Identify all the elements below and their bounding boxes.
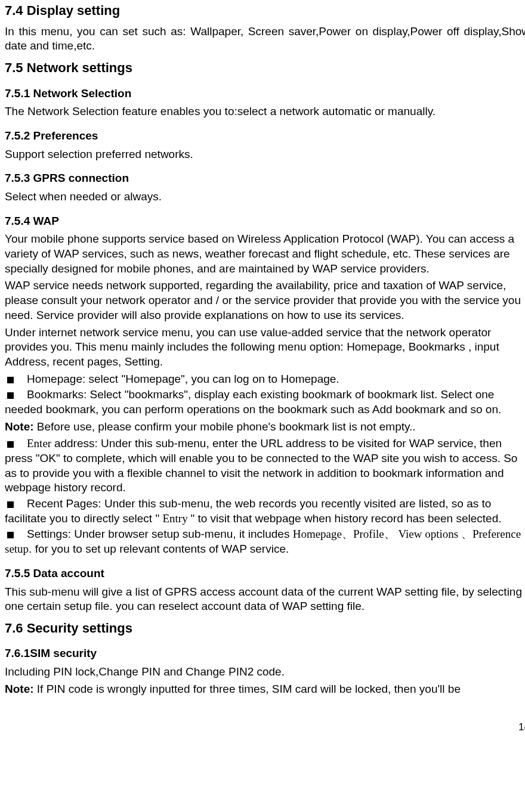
wap-p3: Under internet network service menu, you… <box>5 326 525 370</box>
square-bullet-icon <box>7 501 14 508</box>
note-7-6-1: Note: If PIN code is wrongly inputted fo… <box>5 682 525 697</box>
wap-p2: WAP service needs network supported, reg… <box>5 278 525 323</box>
heading-7-5-2: 7.5.2 Preferences <box>5 129 525 144</box>
heading-7-5: 7.5 Network settings <box>5 60 525 77</box>
wap-p1: Your mobile phone supports service based… <box>5 232 525 276</box>
wap-bullet-homepage: Homepage: select "Homepage", you can log… <box>5 372 525 387</box>
body-7-5-2: Support selection preferred networks. <box>5 147 525 162</box>
body-7-6-1: Including PIN lock,Change PIN and Change… <box>5 665 525 680</box>
heading-7-5-1: 7.5.1 Network Selection <box>5 86 525 101</box>
square-bullet-icon <box>7 392 14 399</box>
body-7-5-3: Select when needed or always. <box>5 190 525 204</box>
body-7-5-1: The Network Selection feature enables yo… <box>5 104 525 119</box>
heading-7-5-3: 7.5.3 GPRS connection <box>5 171 525 186</box>
wap-bullet-recent-pages: Recent Pages: Under this sub-menu, the w… <box>5 497 525 526</box>
heading-7-6-1: 7.6.1SIM security <box>5 646 525 661</box>
heading-7-5-5: 7.5.5 Data account <box>5 566 525 581</box>
square-bullet-icon <box>7 441 14 448</box>
wap-bullet-settings: Settings: Under browser setup sub-menu, … <box>5 527 525 556</box>
square-bullet-icon <box>7 377 14 383</box>
heading-7-6: 7.6 Security settings <box>5 620 525 637</box>
heading-7-5-4: 7.5.4 WAP <box>5 214 525 229</box>
wap-bullet-bookmarks: Bookmarks: Select "bookmarks", display e… <box>5 388 525 417</box>
heading-7-4: 7.4 Display setting <box>5 2 525 20</box>
body-7-4: In this menu, you can set such as: Wallp… <box>5 24 525 54</box>
wap-bullet-enter-address: Enter address: Under this sub-menu, ente… <box>5 436 525 495</box>
page-number: 14 <box>5 721 525 734</box>
square-bullet-icon <box>7 532 14 538</box>
wap-note: Note: Before use, please confirm your mo… <box>5 420 525 435</box>
body-7-5-5: This sub-menu will give a list of GPRS a… <box>5 585 525 614</box>
